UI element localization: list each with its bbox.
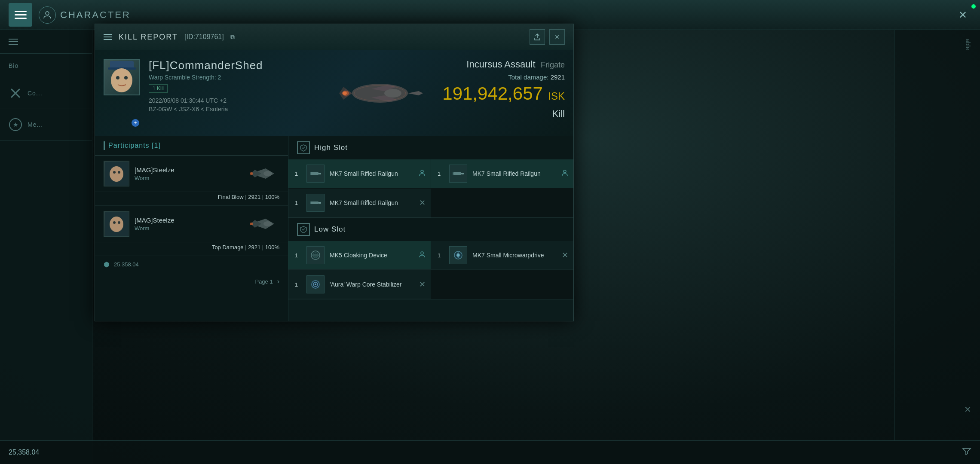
participants-panel: Participants [1] [MAG]Steelze xyxy=(95,136,288,321)
summary-row: ⬢ 25,358.04 xyxy=(95,256,288,273)
panel-close-button[interactable]: × xyxy=(549,29,565,45)
total-damage-value: 2921 xyxy=(551,73,565,81)
participant-2-row[interactable]: [MAG]Steelze Worm xyxy=(95,206,288,242)
participant-1-info: [MAG]Steelze Worm xyxy=(135,166,240,181)
summary-amount: 25,358.04 xyxy=(114,261,139,268)
low-slot-title: Low Slot xyxy=(314,225,346,234)
export-button[interactable] xyxy=(530,29,545,45)
module-low-1-qty: 1 xyxy=(295,252,301,259)
left-sidebar: Bio Co... ★ Me... xyxy=(0,30,92,464)
module-low-2[interactable]: 1 'Aura' Warp Core Stabilizer ✕ xyxy=(288,270,431,299)
svg-point-13 xyxy=(113,171,116,174)
right-panel: able ✕ xyxy=(894,30,980,440)
module-low-1b-destroyed-icon: ✕ xyxy=(562,250,568,260)
low-slot-icon xyxy=(297,223,310,236)
top-bar-title: CHARACTER xyxy=(60,9,131,21)
right-panel-close[interactable]: ✕ xyxy=(964,404,971,415)
character-name: [FL]CommanderShed xyxy=(149,59,318,72)
panel-menu-button[interactable] xyxy=(104,34,112,40)
svg-point-7 xyxy=(384,89,401,98)
svg-rect-23 xyxy=(311,172,318,175)
module-low-2-name: 'Aura' Warp Core Stabilizer xyxy=(330,281,401,288)
character-info: [FL]CommanderShed Warp Scramble Strength… xyxy=(149,59,318,128)
sidebar-bio-item[interactable]: Bio xyxy=(0,54,92,78)
sidebar-hamburger-icon[interactable] xyxy=(9,39,83,45)
module-low-1b-qty: 1 xyxy=(438,252,444,259)
ship-class: Incursus Assault xyxy=(466,59,535,70)
participant-2-ship-icon xyxy=(245,211,279,237)
menu-button[interactable] xyxy=(9,3,32,27)
participant-2-name: [MAG]Steelze xyxy=(135,217,240,224)
filter-button[interactable] xyxy=(962,447,971,458)
svg-point-38 xyxy=(315,284,316,285)
sidebar-item-medals[interactable]: ★ Me... xyxy=(0,109,92,140)
svg-point-10 xyxy=(343,92,347,95)
high-slot-title: High Slot xyxy=(314,143,348,152)
high-slot-section: High Slot 1 MK7 Small Rifled xyxy=(288,136,573,218)
svg-rect-30 xyxy=(318,202,321,204)
kill-datetime: 2022/05/08 01:30:44 UTC +2 xyxy=(149,97,318,104)
module-high-1b[interactable]: 1 MK7 Small Rifled Railgun xyxy=(431,159,573,188)
module-low-1[interactable]: 1 MK5 Cloaking Device xyxy=(288,241,431,270)
participant-1-label: Final Blow xyxy=(218,194,244,200)
svg-point-5 xyxy=(124,76,128,79)
copy-icon[interactable]: ⧉ xyxy=(230,34,235,41)
participant-2-label: Top Damage xyxy=(212,244,244,250)
participant-1: [MAG]Steelze Worm xyxy=(95,156,288,206)
low-slot-modules: 1 MK5 Cloaking Device xyxy=(288,241,573,299)
participant-2-stats: Top Damage | 2921 | 100% xyxy=(95,242,288,256)
total-damage-label: Total damage: xyxy=(508,73,548,81)
online-indicator xyxy=(971,4,976,9)
medals-icon: ★ xyxy=(9,118,22,131)
svg-rect-29 xyxy=(311,201,318,204)
sidebar-item-medals-label: Me... xyxy=(28,121,43,128)
character-avatar xyxy=(104,59,140,95)
sidebar-item-combat[interactable]: Co... xyxy=(0,78,92,109)
module-high-1b-fitted-icon xyxy=(561,169,568,178)
module-high-2-icon xyxy=(306,194,325,212)
isk-label: ISK xyxy=(548,90,565,102)
high-slot-modules: 1 MK7 Small Rifled Railgun xyxy=(288,159,573,217)
character-icon xyxy=(39,6,56,24)
module-high-1b-icon xyxy=(449,165,467,183)
svg-point-12 xyxy=(110,166,123,182)
svg-point-16 xyxy=(250,172,253,175)
panel-actions: × xyxy=(530,29,565,45)
participant-1-row[interactable]: [MAG]Steelze Worm xyxy=(95,156,288,192)
ship-type: Frigate xyxy=(541,61,565,69)
svg-point-19 xyxy=(113,221,116,224)
participant-2-damage: 2921 xyxy=(248,244,260,250)
module-high-1[interactable]: 1 MK7 Small Rifled Railgun xyxy=(288,159,431,188)
svg-rect-24 xyxy=(318,173,321,174)
participant-1-ship-icon xyxy=(245,161,279,186)
panel-header: KILL REPORT [ID:7109761] ⧉ × xyxy=(95,24,573,50)
isk-value: 191,942,657 xyxy=(442,83,543,104)
module-high-1-qty: 1 xyxy=(295,171,301,177)
kill-location: BZ-0GW < JSZ-X6 < Esoteria xyxy=(149,106,318,113)
participant-2-info: [MAG]Steelze Worm xyxy=(135,217,240,232)
svg-point-33 xyxy=(421,252,423,254)
ship-display xyxy=(326,59,434,128)
page-next-arrow[interactable]: › xyxy=(277,278,279,285)
warp-scramble-info: Warp Scramble Strength: 2 xyxy=(149,74,318,81)
svg-point-22 xyxy=(250,223,253,225)
top-bar-close-button[interactable]: ✕ xyxy=(954,6,971,24)
module-low-1b[interactable]: 1 MK7 Small Microwarpdrive ✕ xyxy=(431,241,573,270)
hamburger-icon xyxy=(15,11,27,19)
participants-bar-accent xyxy=(104,141,105,150)
svg-point-35 xyxy=(457,254,459,256)
svg-point-28 xyxy=(564,170,566,173)
module-low-1-icon xyxy=(306,246,325,264)
module-high-2[interactable]: 1 MK7 Small Rifled Railgun ✕ xyxy=(288,189,431,217)
high-slot-icon xyxy=(297,141,310,154)
module-low-1b-icon xyxy=(449,246,467,264)
participant-1-percent: 100% xyxy=(265,194,279,200)
kill-type: Kill xyxy=(442,108,565,119)
module-high-2-name: MK7 Small Rifled Railgun xyxy=(330,199,398,207)
ship-image xyxy=(333,63,427,123)
kill-report-panel: KILL REPORT [ID:7109761] ⧉ × xyxy=(95,24,574,321)
sidebar-menu-section[interactable] xyxy=(0,30,92,54)
avatar-plus-button[interactable]: + xyxy=(132,119,139,127)
module-low-2-qty: 1 xyxy=(295,281,301,288)
module-low-1-fitted-icon xyxy=(419,251,426,259)
